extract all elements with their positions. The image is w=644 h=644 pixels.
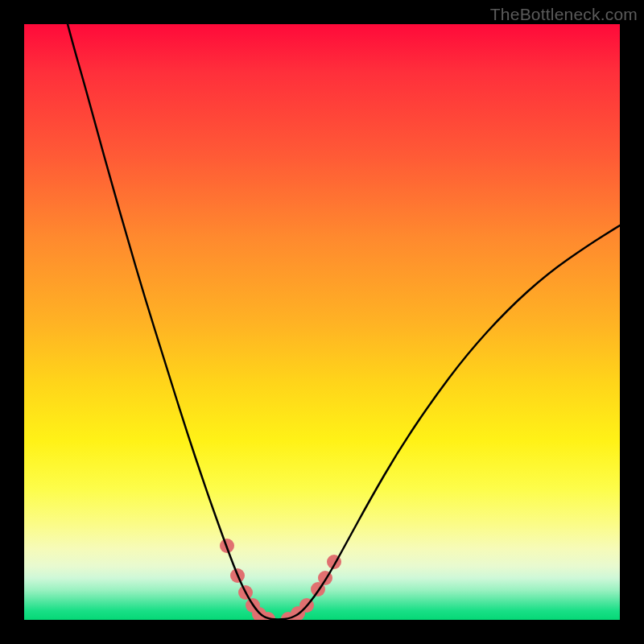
chart-stage: TheBottleneck.com: [0, 0, 644, 644]
watermark-text: TheBottleneck.com: [490, 5, 638, 24]
chart-svg: [24, 24, 620, 620]
plot-area: [24, 24, 620, 620]
bottleneck-curve-path: [68, 24, 620, 620]
highlight-marker-group: [220, 539, 341, 620]
